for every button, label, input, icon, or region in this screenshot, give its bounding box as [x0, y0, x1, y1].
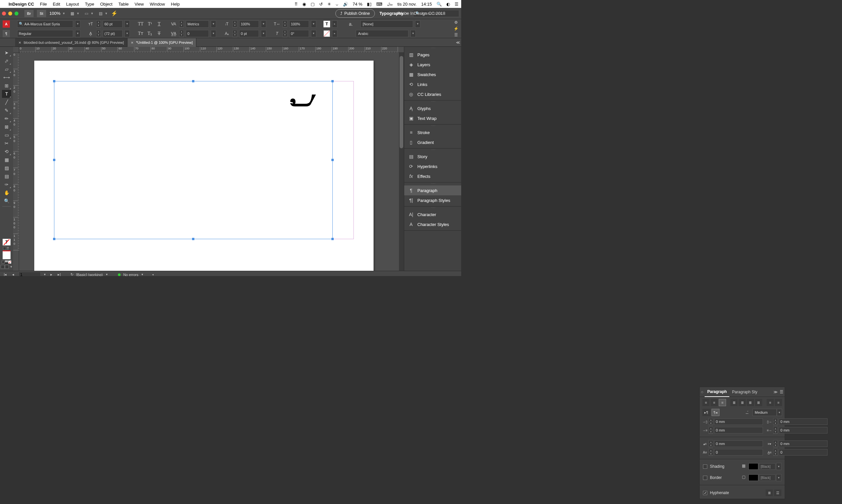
frame-handle[interactable]	[53, 238, 55, 240]
next-page-button[interactable]: ▸	[49, 272, 54, 276]
scissors-tool[interactable]: ✂	[2, 139, 11, 147]
underline-icon[interactable]: T	[156, 20, 163, 28]
panel-links[interactable]: ⟲Links	[404, 79, 461, 89]
gap-tool[interactable]: ⟷	[2, 73, 11, 82]
cc-sync-icon[interactable]: ◉	[302, 2, 306, 6]
panel-pages[interactable]: ▥Pages	[404, 50, 461, 60]
panel-paragraph[interactable]: ¶Paragraph	[404, 185, 461, 195]
panel-swatches[interactable]: ▦Swatches	[404, 70, 461, 79]
baseline-field[interactable]: 0 pt	[239, 30, 259, 37]
panel-text-wrap[interactable]: ▣Text Wrap	[404, 113, 461, 123]
frame-handle[interactable]	[53, 80, 55, 82]
char-style-dropdown[interactable]: [None]	[360, 20, 413, 28]
panel-hyperlinks[interactable]: ⟳Hyperlinks	[404, 161, 461, 171]
apply-color-icon[interactable]	[2, 260, 5, 264]
document-tab[interactable]: ✕ *Untitled-1 @ 100% [GPU Preview]	[127, 38, 196, 47]
menu-type[interactable]: Type	[85, 2, 94, 6]
screen-mode-icon[interactable]: ▭	[83, 10, 90, 17]
default-fill-icon[interactable]	[3, 247, 6, 250]
publish-online-button[interactable]: ⤴ Publish Online	[335, 9, 375, 18]
gpu-icon[interactable]: ⚡	[111, 10, 118, 16]
prev-page-button[interactable]: ◂	[11, 272, 16, 276]
arrange-icon[interactable]: ▤	[97, 10, 104, 17]
zoom-tool[interactable]: 🔍	[2, 197, 11, 205]
keyboard-icon[interactable]: ⌨	[376, 2, 382, 6]
bluetooth-icon[interactable]: ✳	[327, 2, 331, 6]
panel-glyphs[interactable]: ĄGlyphs	[404, 104, 461, 113]
bridge-button[interactable]: Br	[24, 10, 34, 17]
pasteboard[interactable]	[19, 53, 404, 271]
text-frame[interactable]	[54, 81, 333, 239]
menu-layout[interactable]: Layout	[66, 2, 79, 6]
siri-icon[interactable]: ◐	[446, 2, 450, 6]
pen-tool[interactable]: ✎	[2, 106, 11, 114]
note-tool[interactable]: ▤	[2, 172, 11, 180]
page-number-field[interactable]	[18, 272, 41, 276]
tab-close-icon[interactable]: ✕	[131, 41, 133, 44]
minimize-window-button[interactable]	[8, 12, 12, 16]
size-spinner[interactable]: ▲▼	[96, 20, 101, 28]
zoom-window-button[interactable]	[15, 12, 18, 16]
character-formatting-icon[interactable]: A	[3, 20, 10, 28]
status-nav-left[interactable]: ◂	[152, 273, 154, 276]
panel-story[interactable]: ▤Story	[404, 151, 461, 161]
rectangle-tool[interactable]: ▭	[2, 131, 11, 139]
panel-character[interactable]: A|Character	[404, 210, 461, 219]
frame-handle[interactable]	[332, 238, 334, 240]
stroke-swatch[interactable]	[323, 30, 330, 37]
vertical-ruler[interactable]: 0 10 20 30 40 50 60 70 80 90 100 110	[13, 53, 19, 271]
panel-stroke[interactable]: ≡Stroke	[404, 127, 461, 137]
fill-stroke-swatch[interactable]	[3, 251, 11, 259]
content-collector-tool[interactable]: ⊞	[2, 82, 11, 90]
wifi-icon[interactable]: ⌵	[336, 2, 338, 6]
menu-table[interactable]: Table	[118, 2, 128, 6]
view-options-icon[interactable]: ▦	[69, 10, 76, 17]
menu-file[interactable]: File	[40, 2, 47, 6]
tab-close-icon[interactable]: ✕	[18, 41, 21, 44]
scroll-thumb[interactable]	[399, 56, 403, 148]
time[interactable]: 14:15	[421, 2, 432, 6]
frame-handle[interactable]	[332, 159, 334, 161]
panel-paragraph-styles[interactable]: ¶|Paragraph Styles	[404, 195, 461, 205]
notification-icon[interactable]: ☰	[454, 2, 459, 6]
font-family-dropdown[interactable]: 🔍 AA-Marcus East Syria	[17, 20, 73, 28]
page-tool[interactable]: ▱	[2, 65, 11, 73]
language-dropdown[interactable]: Arabic	[356, 30, 409, 37]
fill-swatch[interactable]: T	[323, 21, 330, 28]
first-page-button[interactable]: |◂	[3, 272, 8, 276]
app-name[interactable]: InDesign CC	[8, 2, 34, 6]
tracking-field[interactable]: 0	[186, 30, 209, 37]
document-tab[interactable]: ✕ bloodied-but-unbowed_yousuf_16.indd @ …	[15, 38, 127, 47]
tab-overflow-icon[interactable]: ≪	[454, 38, 461, 47]
panel-cc-libraries[interactable]: ◎CC Libraries	[404, 89, 461, 99]
eyedropper-tool[interactable]: ✑	[2, 181, 11, 188]
keyboard-lang[interactable]: بدل	[387, 2, 393, 6]
pencil-tool[interactable]: ✏	[2, 115, 11, 123]
settings-gear-icon[interactable]: ⚙	[454, 20, 458, 25]
font-style-dropdown[interactable]: Regular	[17, 30, 73, 37]
page[interactable]	[34, 60, 374, 271]
small-caps-icon[interactable]: Tᴛ	[137, 30, 144, 37]
superscript-icon[interactable]: T¹	[146, 20, 154, 28]
apply-none-icon[interactable]	[8, 260, 11, 264]
skew-field[interactable]: 0°	[289, 30, 309, 37]
vscale-field[interactable]: 100%	[239, 20, 259, 28]
dropbox-icon[interactable]: ⠿	[294, 2, 298, 6]
formatting-text-icon[interactable]: T	[3, 239, 11, 246]
zoom-level[interactable]: 100%▼	[49, 11, 65, 16]
direct-selection-tool[interactable]: ⬀	[2, 57, 11, 65]
stock-button[interactable]: St	[37, 10, 46, 17]
preflight-errors[interactable]: No errors	[123, 273, 138, 276]
gradient-feather-tool[interactable]: ▨	[2, 164, 11, 172]
frame-handle[interactable]	[53, 159, 55, 161]
quick-apply-icon[interactable]: ⚡	[454, 26, 459, 31]
view-mode-preview[interactable]	[5, 265, 9, 269]
panel-menu-icon[interactable]: ☰	[454, 33, 458, 37]
leading-field[interactable]: (72 pt)	[103, 30, 123, 37]
menu-object[interactable]: Object	[100, 2, 113, 6]
frame-handle[interactable]	[332, 80, 334, 82]
master-label[interactable]: [Basic] (working)	[76, 273, 103, 276]
hand-tool[interactable]: ✋	[2, 189, 11, 197]
date[interactable]: tis 20 nov.	[397, 2, 416, 6]
timemachine-icon[interactable]: ↺	[319, 2, 323, 6]
